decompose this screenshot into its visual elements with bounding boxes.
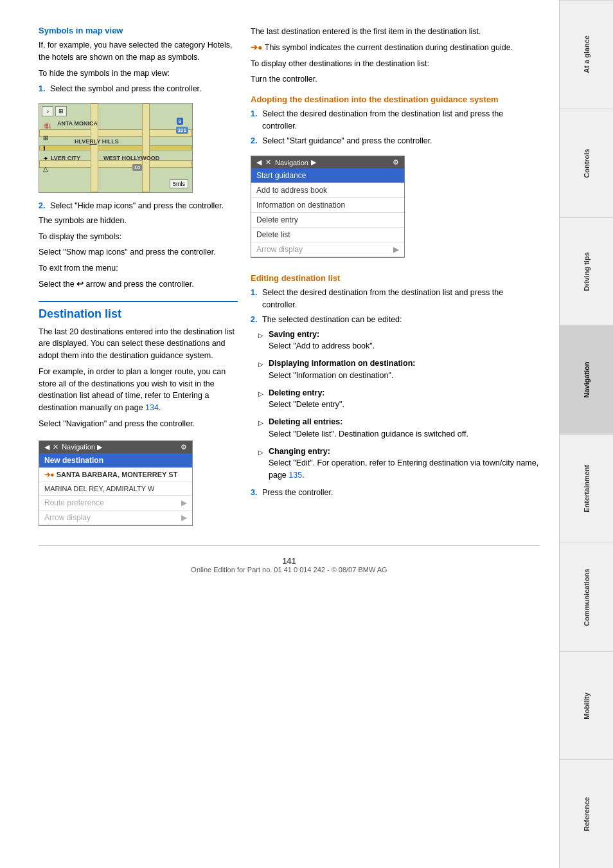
dest-menu-settings-icon: ⚙ — [181, 443, 187, 451]
tab-communications[interactable]: Communications — [560, 543, 613, 651]
map-figure-wrapper: ANTA MONICA HLVERLY HILLS LVER CITY WEST… — [39, 98, 193, 198]
symbols-para2: To hide the symbols in the map view: — [39, 68, 238, 80]
nav-left-arrow: ◀ — [44, 443, 49, 451]
adopting-step-num-1: 1. — [251, 108, 260, 132]
map-label-west-hollywood: WEST HOLLYWOOD — [103, 155, 159, 161]
symbols-step1: 1. Select the symbol and press the contr… — [39, 83, 238, 95]
nav-menu-item-arrow-display[interactable]: Arrow display▶ — [251, 242, 404, 257]
nav-menu-item-start-guidance[interactable]: Start guidance — [251, 168, 404, 183]
map-icon-triangle: △ — [43, 165, 48, 172]
footer-text: Online Edition for Part no. 01 41 0 014 … — [39, 566, 540, 574]
nav-menu-item-information[interactable]: Information on destination — [251, 198, 404, 213]
nav-menu-nav-title: ◀ ✕ Navigation ▶ — [256, 158, 316, 167]
symbols-exit-label: To exit from the menu: — [39, 262, 238, 275]
map-icons: ♪ ⊞ — [42, 106, 67, 116]
page-container: Symbols in map view If, for example, you… — [0, 0, 613, 868]
nav-right-arrow: ▶ — [97, 443, 102, 451]
dest-menu-nav-title: ◀ ✕ Navigation ▶ — [44, 443, 102, 451]
editing-step-num-2: 2. — [251, 314, 260, 326]
map-label-santa-monica: ANTA MONICA — [57, 120, 98, 127]
bullet-tri-3: ▷ — [258, 389, 265, 411]
symbols-show-text: Select "Show map icons" and press the co… — [39, 246, 238, 258]
nav-menu-title: Navigation — [275, 159, 308, 167]
editing-section: Editing destination list 1. Select the d… — [251, 273, 540, 498]
left-column: Symbols in map view If, for example, you… — [39, 26, 238, 532]
tab-navigation[interactable]: Navigation — [560, 325, 613, 434]
nav-menu-item-delete-entry[interactable]: Delete entry — [251, 213, 404, 228]
tab-entertainment[interactable]: Entertainment — [560, 434, 613, 543]
map-icon-bookmark: ⊞ — [55, 106, 67, 116]
dest-display-label: To display other destinations in the des… — [251, 58, 540, 70]
symbols-section: Symbols in map view If, for example, you… — [39, 26, 238, 291]
editing-bullet-delete-all: ▷ Deleting all entries:Select "Delete li… — [251, 416, 540, 440]
bullet-tri-2: ▷ — [258, 359, 265, 382]
dest-list-page-ref[interactable]: 134 — [145, 403, 159, 412]
dest-list-heading: Destination list — [39, 301, 238, 321]
dest-menu-title: Navigation — [62, 443, 95, 451]
editing-bullet-info: ▷ Displaying information on destination:… — [251, 357, 540, 382]
tab-reference[interactable]: Reference — [560, 759, 613, 868]
dest-menu-item-santa-barbara[interactable]: ➔● SANTA BARBARA, MONTERREY ST — [39, 468, 192, 482]
editing-step1: 1. Select the desired destination from t… — [251, 287, 540, 311]
dest-display-text: Turn the controller. — [251, 73, 540, 86]
nav-menu-cross-icon: ✕ — [265, 158, 271, 167]
destination-list-section: Destination list The last 20 destination… — [39, 301, 238, 532]
nav-cross-icon: ✕ — [53, 443, 58, 451]
step-num-2a: 2. — [39, 200, 48, 212]
dest-list-intro: The last destination entered is the firs… — [251, 26, 540, 38]
map-badge-101: 101 — [176, 127, 188, 134]
nav-menu-settings-icon: ⚙ — [393, 158, 399, 167]
editing-step2: 2. The selected destination can be edite… — [251, 314, 540, 326]
nav-menu: ◀ ✕ Navigation ▶ ⚙ Start guidance Add to… — [251, 156, 405, 258]
dest-menu: ◀ ✕ Navigation ▶ ⚙ New destination ➔● SA… — [39, 440, 193, 526]
editing-step-num-1: 1. — [251, 287, 260, 311]
page-footer: 141 Online Edition for Part no. 01 41 0 … — [39, 545, 540, 579]
nav-menu-left-arrow: ◀ — [256, 158, 262, 167]
dest-list-para2: For example, in order to plan a longer r… — [39, 366, 238, 414]
map-label-culver-city: LVER CITY — [51, 155, 80, 161]
editing-heading: Editing destination list — [251, 273, 540, 283]
nav-menu-header: ◀ ✕ Navigation ▶ ⚙ — [251, 156, 404, 168]
adopting-step-num-2: 2. — [251, 135, 260, 147]
bullet-tri-5: ▷ — [258, 448, 265, 482]
dest-list-para3: Select "Navigation" and press the contro… — [39, 418, 238, 430]
symbol-note: ➔● This symbol indicates the current des… — [251, 42, 540, 54]
two-column-layout: Symbols in map view If, for example, you… — [39, 26, 540, 532]
map-icon-info: ℹ — [43, 145, 46, 152]
symbols-hidden-text: The symbols are hidden. — [39, 215, 238, 227]
editing-bullet-saving: ▷ Saving entry:Select "Add to address bo… — [251, 329, 540, 353]
editing-bullet-delete: ▷ Deleting entry:Select "Delete entry". — [251, 387, 540, 411]
editing-page-ref[interactable]: 135 — [289, 471, 302, 480]
symbols-step2: 2. Select "Hide map icons" and press the… — [39, 200, 238, 212]
dest-menu-item-route-pref[interactable]: Route preference▶ — [39, 496, 192, 511]
map-icon-speaker: ♪ — [42, 106, 53, 116]
map-icon-hotel: 🏨 — [43, 122, 51, 129]
nav-menu-item-add-address[interactable]: Add to address book — [251, 183, 404, 198]
nav-menu-item-delete-list[interactable]: Delete list — [251, 228, 404, 242]
back-arrow-symbol: ↩ — [76, 280, 84, 289]
editing-step3: 3. Press the controller. — [251, 487, 540, 499]
map-image: ANTA MONICA HLVERLY HILLS LVER CITY WEST… — [39, 103, 193, 193]
tab-at-a-glance[interactable]: At a glance — [560, 0, 613, 109]
dest-menu-item-new-dest[interactable]: New destination — [39, 453, 192, 468]
right-tabs: At a glance Controls Driving tips Naviga… — [559, 0, 613, 868]
symbols-exit-text: Select the ↩ arrow and press the control… — [39, 278, 238, 291]
map-scale: 5mls — [170, 179, 188, 188]
bullet-tri-4: ▷ — [258, 418, 265, 440]
map-icon-star: ✦ — [43, 155, 48, 162]
right-column: The last destination entered is the firs… — [251, 26, 540, 532]
adopting-heading: Adopting the destination into the destin… — [251, 95, 540, 104]
tab-mobility[interactable]: Mobility — [560, 651, 613, 760]
editing-step-num-3: 3. — [251, 487, 260, 499]
dest-menu-header: ◀ ✕ Navigation ▶ ⚙ — [39, 441, 192, 453]
tab-controls[interactable]: Controls — [560, 109, 613, 217]
map-icon-hotel2: ⊞ — [43, 134, 48, 141]
current-dest-symbol: ➔● — [251, 43, 263, 52]
dest-list-para1: The last 20 destinations entered into th… — [39, 326, 238, 362]
tab-driving-tips[interactable]: Driving tips — [560, 217, 613, 326]
dest-menu-item-marina[interactable]: MARINA DEL REY, ADMIRALTY W — [39, 482, 192, 496]
adopting-section: Adopting the destination into the destin… — [251, 95, 540, 264]
adopting-step2: 2. Select "Start guidance" and press the… — [251, 135, 540, 147]
editing-bullet-change: ▷ Changing entry: Select "Edit". For ope… — [251, 446, 540, 482]
dest-menu-item-arrow-display[interactable]: Arrow display▶ — [39, 511, 192, 525]
